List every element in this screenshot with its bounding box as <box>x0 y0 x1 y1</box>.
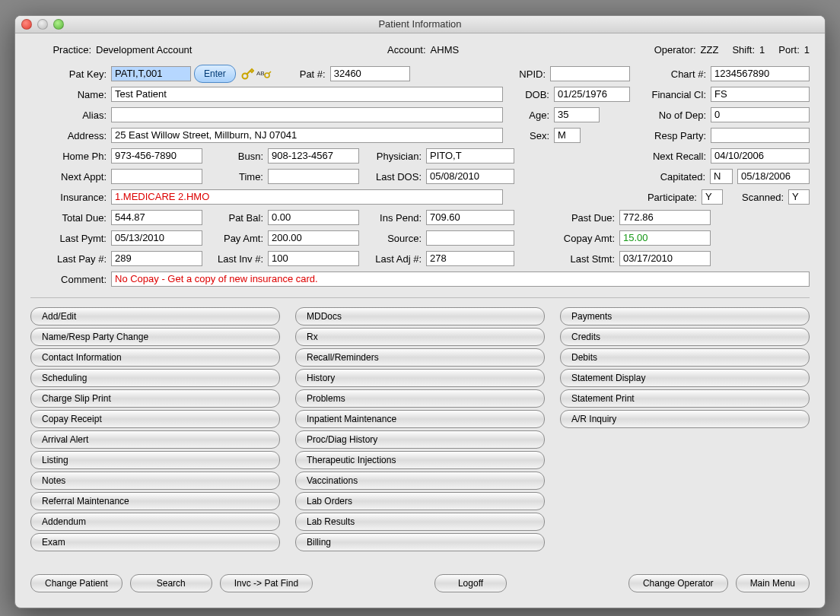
source-input[interactable] <box>426 230 514 246</box>
menu-add-edit[interactable]: Add/Edit <box>30 307 280 325</box>
menu-lab-orders[interactable]: Lab Orders <box>295 492 545 510</box>
participate-input[interactable]: Y <box>702 189 723 205</box>
menu-notes[interactable]: Notes <box>30 472 280 490</box>
capitated-date-input[interactable]: 05/18/2006 <box>737 169 810 184</box>
menu-copay-receipt[interactable]: Copay Receipt <box>30 410 280 428</box>
chart-num-input[interactable]: 1234567890 <box>711 66 810 81</box>
sex-label: Sex: <box>503 130 554 141</box>
pay-amt-input[interactable]: 200.00 <box>268 230 359 246</box>
menu-charge-slip-print[interactable]: Charge Slip Print <box>30 389 280 408</box>
key-icon[interactable] <box>239 65 256 82</box>
bottom-bar: Change Patient Search Invc -> Pat Find L… <box>30 574 810 592</box>
pay-amt-label: Pay Amt: <box>202 233 268 244</box>
capitated-flag-input[interactable]: N <box>710 169 733 184</box>
menu-therapeutic-injections[interactable]: Therapeutic Injections <box>295 451 545 469</box>
menu-name-resp-party-change[interactable]: Name/Resp Party Change <box>30 328 280 346</box>
no-of-dep-input[interactable]: 0 <box>711 107 810 122</box>
resp-party-label: Resp Party: <box>630 130 711 141</box>
last-pay-num-input[interactable]: 289 <box>111 251 202 266</box>
menu-history[interactable]: History <box>295 369 545 387</box>
port-value: 1 <box>804 44 810 56</box>
menu-debits[interactable]: Debits <box>560 348 810 367</box>
comment-input[interactable]: No Copay - Get a copy of new insurance c… <box>111 271 810 287</box>
menu-mddocs[interactable]: MDDocs <box>295 307 545 325</box>
last-adj-num-input[interactable]: 278 <box>426 251 514 266</box>
financial-cl-label: Financial Cl: <box>630 89 711 100</box>
home-ph-input[interactable]: 973-456-7890 <box>111 148 202 164</box>
menu-a-r-inquiry[interactable]: A/R Inquiry <box>560 410 810 428</box>
change-operator-button[interactable]: Change Operator <box>628 574 728 592</box>
next-recall-input[interactable]: 04/10/2006 <box>711 148 810 164</box>
name-label: Name: <box>30 89 111 100</box>
close-icon[interactable] <box>21 19 32 30</box>
pat-num-input[interactable]: 32460 <box>330 66 410 81</box>
menu-statement-display[interactable]: Statement Display <box>560 369 810 387</box>
menu-inpatient-maintenance[interactable]: Inpatient Maintenance <box>295 410 545 428</box>
alias-input[interactable] <box>111 107 503 122</box>
account-value: AHMS <box>431 44 460 56</box>
physician-input[interactable]: PITO,T <box>426 148 514 164</box>
alias-label: Alias: <box>30 110 111 121</box>
last-pymt-input[interactable]: 05/13/2010 <box>111 230 202 246</box>
menu-addendum[interactable]: Addendum <box>30 513 280 531</box>
scanned-input[interactable]: Y <box>788 189 810 205</box>
context-row: Practice: Development Account Account: A… <box>30 44 810 56</box>
menu-credits[interactable]: Credits <box>560 328 810 346</box>
last-pymt-label: Last Pymt: <box>30 233 111 244</box>
menu-lab-results[interactable]: Lab Results <box>295 513 545 531</box>
insurance-input[interactable]: 1.MEDICARE 2.HMO <box>111 189 503 205</box>
dob-input[interactable]: 01/25/1976 <box>554 87 630 102</box>
copay-amt-input[interactable]: 15.00 <box>619 230 711 246</box>
menu-recall-reminders[interactable]: Recall/Reminders <box>295 348 545 367</box>
time-input[interactable] <box>268 169 359 184</box>
search-button[interactable]: Search <box>130 574 212 592</box>
address-input[interactable]: 25 East Willow Street, Millburn, NJ 0704… <box>111 128 503 143</box>
ins-pend-input[interactable]: 709.60 <box>426 210 514 225</box>
last-dos-input[interactable]: 05/08/2010 <box>426 169 514 184</box>
source-label: Source: <box>359 233 426 244</box>
next-appt-input[interactable] <box>111 169 202 184</box>
menu-contact-information[interactable]: Contact Information <box>30 348 280 367</box>
operator-label: Operator: <box>654 44 696 56</box>
pat-bal-input[interactable]: 0.00 <box>268 210 359 225</box>
menu-rx[interactable]: Rx <box>295 328 545 346</box>
menu-problems[interactable]: Problems <box>295 389 545 408</box>
menu-scheduling[interactable]: Scheduling <box>30 369 280 387</box>
menu-arrival-alert[interactable]: Arrival Alert <box>30 430 280 449</box>
invc-pat-find-button[interactable]: Invc -> Pat Find <box>220 574 313 592</box>
last-dos-label: Last DOS: <box>359 171 426 183</box>
menu-billing[interactable]: Billing <box>295 533 545 551</box>
menu-payments[interactable]: Payments <box>560 307 810 325</box>
menu-exam[interactable]: Exam <box>30 533 280 551</box>
menu-vaccinations[interactable]: Vaccinations <box>295 472 545 490</box>
pat-key-input[interactable]: PATI,T,001 <box>111 66 191 81</box>
resp-party-input[interactable] <box>711 128 810 143</box>
zoom-icon[interactable] <box>53 19 64 30</box>
past-due-input[interactable]: 772.86 <box>619 210 711 225</box>
logoff-button[interactable]: Logoff <box>434 574 507 592</box>
abc-key-icon[interactable]: AB <box>256 65 272 82</box>
financial-cl-input[interactable]: FS <box>711 87 810 102</box>
change-patient-button[interactable]: Change Patient <box>30 574 123 592</box>
main-menu-button[interactable]: Main Menu <box>736 574 810 592</box>
menu-statement-print[interactable]: Statement Print <box>560 389 810 408</box>
menu-listing[interactable]: Listing <box>30 451 280 469</box>
minimize-icon[interactable] <box>37 19 48 30</box>
pat-bal-label: Pat Bal: <box>202 212 268 224</box>
last-stmt-input[interactable]: 03/17/2010 <box>619 251 711 266</box>
total-due-input[interactable]: 544.87 <box>111 210 202 225</box>
menu-referral-maintenance[interactable]: Referral Maintenance <box>30 492 280 510</box>
npid-input[interactable] <box>550 66 630 81</box>
age-input[interactable]: 35 <box>554 107 600 122</box>
enter-button[interactable]: Enter <box>194 65 236 83</box>
menu-proc-diag-history[interactable]: Proc/Diag History <box>295 430 545 449</box>
participate-label: Participate: <box>648 192 702 203</box>
copay-amt-label: Copay Amt: <box>514 233 619 244</box>
next-appt-label: Next Appt: <box>30 171 111 183</box>
name-input[interactable]: Test Patient <box>111 87 503 102</box>
busn-input[interactable]: 908-123-4567 <box>268 148 359 164</box>
address-label: Address: <box>30 130 111 141</box>
sex-input[interactable]: M <box>554 128 581 143</box>
npid-label: NPID: <box>410 68 550 80</box>
last-inv-num-input[interactable]: 100 <box>268 251 359 266</box>
